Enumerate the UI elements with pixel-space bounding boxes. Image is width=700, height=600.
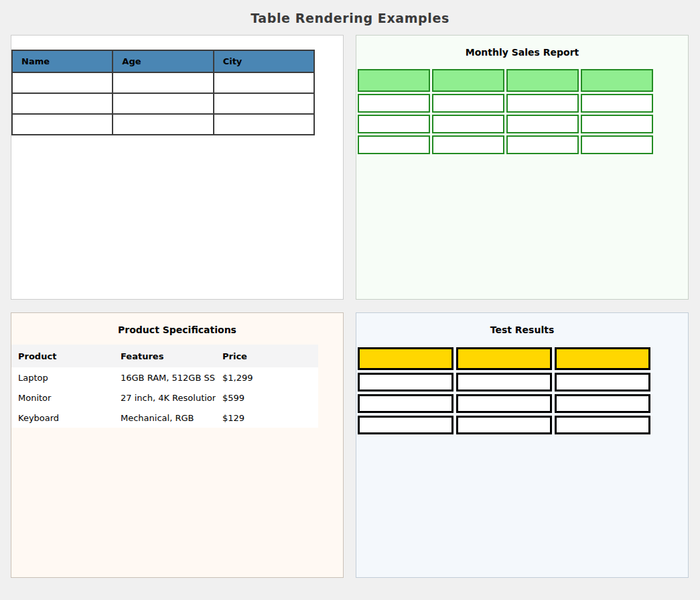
product-price-cell: $1,299	[216, 367, 318, 387]
empty-cell	[113, 114, 213, 135]
table-row	[358, 394, 650, 413]
tests-header-row	[358, 347, 650, 370]
empty-cell	[506, 135, 579, 154]
empty-header-cell	[358, 347, 453, 370]
test-results-title: Test Results	[356, 324, 688, 335]
empty-header-cell	[581, 69, 653, 92]
product-name-cell: Monitor	[11, 387, 114, 408]
empty-cell	[113, 93, 213, 114]
empty-cell	[113, 72, 213, 93]
product-specs-table: Product Features Price Laptop 16GB RAM, …	[11, 345, 318, 428]
page-title: Table Rendering Examples	[0, 0, 700, 35]
table-row	[358, 373, 650, 392]
monthly-sales-table	[356, 67, 655, 156]
basic-table-header-row: Name Age City	[12, 50, 314, 72]
empty-cell	[581, 94, 653, 113]
table-row	[358, 115, 653, 133]
panels-grid: Name Age City	[0, 35, 700, 578]
empty-cell	[555, 373, 650, 392]
empty-cell	[358, 115, 430, 133]
product-price-cell: $599	[216, 387, 318, 408]
table-row	[358, 416, 650, 434]
empty-cell	[432, 94, 504, 113]
panel-monthly-sales: Monthly Sales Report	[356, 35, 689, 300]
products-header-product: Product	[11, 345, 114, 367]
products-header-features: Features	[114, 345, 216, 367]
product-price-cell: $129	[216, 408, 318, 428]
products-header-row: Product Features Price	[11, 345, 318, 367]
table-row	[12, 72, 314, 93]
empty-cell	[456, 373, 552, 392]
empty-cell	[358, 135, 430, 154]
empty-cell	[456, 416, 552, 434]
empty-cell	[12, 93, 113, 114]
table-row: Keyboard Mechanical, RGB $129	[11, 408, 318, 428]
table-row	[12, 114, 314, 135]
panel-product-specs: Product Specifications Product Features …	[11, 312, 344, 578]
products-header-price: Price	[216, 345, 318, 367]
empty-cell	[214, 93, 314, 114]
table-row	[358, 94, 653, 113]
empty-cell	[506, 94, 579, 113]
empty-cell	[432, 135, 504, 154]
empty-cell	[358, 394, 453, 413]
table-row: Monitor 27 inch, 4K Resolution $599	[11, 387, 318, 408]
product-features-cell: 27 inch, 4K Resolution	[114, 387, 216, 408]
empty-cell	[555, 394, 650, 413]
test-results-table	[356, 345, 653, 437]
monthly-sales-title: Monthly Sales Report	[356, 47, 688, 58]
empty-cell	[214, 114, 314, 135]
product-features-cell: 16GB RAM, 512GB SSD	[114, 367, 216, 387]
empty-cell	[12, 114, 113, 135]
empty-cell	[358, 373, 453, 392]
empty-header-cell	[456, 347, 552, 370]
basic-table: Name Age City	[11, 50, 315, 135]
basic-header-age: Age	[113, 50, 213, 72]
empty-cell	[506, 115, 579, 133]
empty-header-cell	[506, 69, 579, 92]
empty-cell	[555, 416, 650, 434]
empty-cell	[432, 115, 504, 133]
product-name-cell: Laptop	[11, 367, 114, 387]
empty-cell	[581, 135, 653, 154]
panel-basic-table: Name Age City	[11, 35, 344, 300]
product-name-cell: Keyboard	[11, 408, 114, 428]
product-specs-title: Product Specifications	[11, 324, 343, 335]
panel-test-results: Test Results	[356, 312, 689, 578]
empty-header-cell	[555, 347, 650, 370]
empty-cell	[358, 94, 430, 113]
product-features-cell: Mechanical, RGB	[114, 408, 216, 428]
table-row: Laptop 16GB RAM, 512GB SSD $1,299	[11, 367, 318, 387]
table-row	[358, 135, 653, 154]
empty-cell	[12, 72, 113, 93]
empty-header-cell	[432, 69, 504, 92]
basic-header-name: Name	[12, 50, 113, 72]
empty-cell	[358, 416, 453, 434]
empty-cell	[214, 72, 314, 93]
table-row	[12, 93, 314, 114]
basic-header-city: City	[214, 50, 314, 72]
empty-header-cell	[358, 69, 430, 92]
empty-cell	[456, 394, 552, 413]
empty-cell	[581, 115, 653, 133]
sales-header-row	[358, 69, 653, 92]
